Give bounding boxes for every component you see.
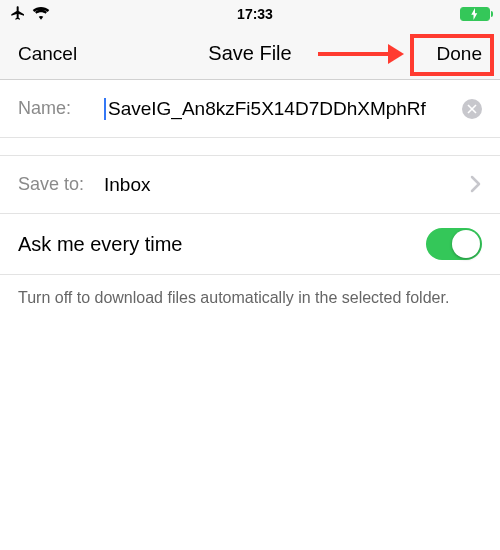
name-row: Name: [0,80,500,138]
clear-text-button[interactable] [462,99,482,119]
save-to-value: Inbox [104,174,470,196]
close-icon [467,104,477,114]
status-bar: 17:33 [0,0,500,28]
battery-icon [460,7,490,21]
ask-every-time-label: Ask me every time [18,233,182,256]
footer-description: Turn off to download files automatically… [0,275,500,321]
done-button[interactable]: Done [437,43,482,65]
cancel-button[interactable]: Cancel [18,43,77,65]
save-to-row[interactable]: Save to: Inbox [0,156,500,214]
save-to-label: Save to: [18,174,104,195]
annotation-arrow [318,44,404,64]
status-time: 17:33 [237,6,273,22]
airplane-mode-icon [10,5,26,24]
name-label: Name: [18,98,104,119]
page-title: Save File [208,42,291,65]
wifi-icon [32,6,50,23]
header: Cancel Save File Done [0,28,500,80]
ask-every-time-toggle[interactable] [426,228,482,260]
chevron-right-icon [470,171,482,199]
name-input[interactable] [104,98,456,120]
ask-every-time-row: Ask me every time [0,214,500,275]
